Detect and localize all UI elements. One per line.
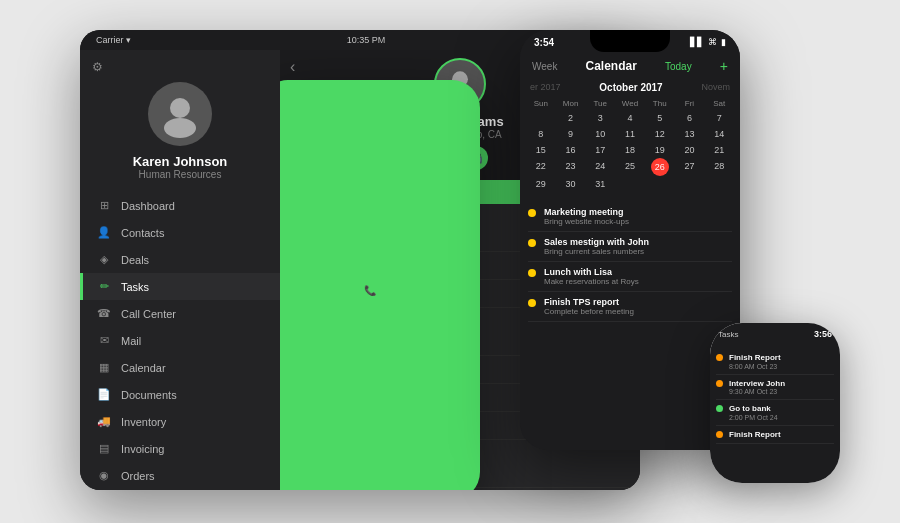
- event-item[interactable]: Sales mestign with John Bring current sa…: [528, 232, 732, 262]
- sidebar-item-deals[interactable]: ◈ Deals: [80, 246, 280, 273]
- event-title: Sales mestign with John: [544, 237, 649, 247]
- calendar-day-empty: [615, 176, 645, 192]
- calendar-day[interactable]: 3: [585, 110, 615, 126]
- battery-icon: ▮: [721, 37, 726, 47]
- sidebar-item-contacts[interactable]: 👤 Contacts: [80, 219, 280, 246]
- watch-task-dot: [716, 380, 723, 387]
- dashboard-icon: ⊞: [97, 199, 111, 212]
- sidebar-item-orders[interactable]: ◉ Orders: [80, 462, 280, 489]
- dow-sat: Sat: [704, 97, 734, 110]
- calendar-day[interactable]: 29: [526, 176, 556, 192]
- calendar-day[interactable]: 30: [556, 176, 586, 192]
- calendar-day[interactable]: 23: [556, 158, 586, 176]
- scene: Carrier ▾ 10:35 PM 100% ⚙ Karen Johnson …: [0, 0, 900, 523]
- event-title: Finish TPS report: [544, 297, 634, 307]
- calendar-day[interactable]: 20: [675, 142, 705, 158]
- event-item[interactable]: Marketing meeting Bring website mock-ups: [528, 202, 732, 232]
- sidebar-label-callcenter: Call Center: [121, 308, 176, 320]
- back-button[interactable]: ‹: [290, 58, 295, 76]
- phone-time: 3:54: [534, 37, 554, 48]
- calendar-day[interactable]: 27: [675, 158, 705, 176]
- calendar-day[interactable]: 22: [526, 158, 556, 176]
- calendar-day[interactable]: 5: [645, 110, 675, 126]
- watch-task-content: Finish Report 8:00 AM Oct 23: [729, 353, 781, 370]
- calendar-day[interactable]: 2: [556, 110, 586, 126]
- watch-task[interactable]: Interview John 9:30 AM Oct 23: [716, 375, 834, 401]
- sidebar-item-documents[interactable]: 📄 Documents: [80, 381, 280, 408]
- calendar-day[interactable]: 17: [585, 142, 615, 158]
- watch: Tasks 3:56 Finish Report 8:00 AM Oct 23 …: [710, 323, 840, 483]
- watch-task-time: 8:00 AM Oct 23: [729, 363, 781, 370]
- dow-wed: Wed: [615, 97, 645, 110]
- sidebar-item-dashboard[interactable]: ⊞ Dashboard: [80, 192, 280, 219]
- watch-body: Finish Report 8:00 AM Oct 23 Interview J…: [710, 345, 840, 483]
- calendar-day[interactable]: 18: [615, 142, 645, 158]
- sidebar-item-tasks[interactable]: ✏ Tasks: [80, 273, 280, 300]
- watch-task-title: Finish Report: [729, 430, 781, 440]
- prev-month-label: er 2017: [530, 82, 561, 93]
- sidebar-item-mail[interactable]: ✉ Mail: [80, 327, 280, 354]
- event-title: Marketing meeting: [544, 207, 629, 217]
- event-content: Marketing meeting Bring website mock-ups: [544, 207, 629, 226]
- calendar-day[interactable]: [526, 110, 556, 126]
- calendar-day[interactable]: 19: [645, 142, 675, 158]
- watch-task[interactable]: Finish Report: [716, 426, 834, 445]
- watch-task-time: 2:00 PM Oct 24: [729, 414, 778, 421]
- mail-icon: ✉: [97, 334, 111, 347]
- event-item[interactable]: Finish TPS report Complete before meetin…: [528, 292, 732, 322]
- calendar-day[interactable]: 7: [704, 110, 734, 126]
- event-item[interactable]: Lunch with Lisa Make reservations at Roy…: [528, 262, 732, 292]
- wifi-icon: ⌘: [708, 37, 717, 47]
- phone-status-icons: ▋▋ ⌘ ▮: [690, 37, 726, 47]
- calendar-day[interactable]: 24: [585, 158, 615, 176]
- next-month-label: Novem: [701, 82, 730, 93]
- sidebar-item-invoicing[interactable]: ▤ Invoicing: [80, 435, 280, 462]
- events-list: Marketing meeting Bring website mock-ups…: [520, 196, 740, 450]
- deals-icon: ◈: [97, 253, 111, 266]
- event-title: Lunch with Lisa: [544, 267, 639, 277]
- week-label: Week: [532, 61, 557, 72]
- sidebar-user-name: Karen Johnson: [133, 154, 228, 169]
- calendar-day-empty: [675, 176, 705, 192]
- event-subtitle: Bring current sales numbers: [544, 247, 649, 256]
- phone-action-button[interactable]: 📞: [280, 80, 480, 490]
- event-dot: [528, 209, 536, 217]
- calendar-day[interactable]: 10: [585, 126, 615, 142]
- calendar-day[interactable]: 13: [675, 126, 705, 142]
- calendar-day[interactable]: 21: [704, 142, 734, 158]
- sidebar-label-documents: Documents: [121, 389, 177, 401]
- sidebar-item-inventory[interactable]: 🚚 Inventory: [80, 408, 280, 435]
- calendar-day[interactable]: 6: [675, 110, 705, 126]
- calendar-day[interactable]: 28: [704, 158, 734, 176]
- watch-task-content: Finish Report: [729, 430, 781, 440]
- signal-icon: ▋▋: [690, 37, 704, 47]
- calendar-day[interactable]: 4: [615, 110, 645, 126]
- calendar-day[interactable]: 12: [645, 126, 675, 142]
- watch-task[interactable]: Go to bank 2:00 PM Oct 24: [716, 400, 834, 426]
- calendar-day[interactable]: 14: [704, 126, 734, 142]
- calendar-day-empty: [645, 176, 675, 192]
- watch-task[interactable]: Finish Report 8:00 AM Oct 23: [716, 349, 834, 375]
- calendar-day[interactable]: 31: [585, 176, 615, 192]
- watch-task-content: Go to bank 2:00 PM Oct 24: [729, 404, 778, 421]
- calendar-day[interactable]: 16: [556, 142, 586, 158]
- watch-task-dot: [716, 431, 723, 438]
- phone-calendar-nav: Week Calendar Today +: [520, 54, 740, 78]
- sidebar-label-contacts: Contacts: [121, 227, 164, 239]
- dow-mon: Mon: [556, 97, 586, 110]
- calendar-day[interactable]: 15: [526, 142, 556, 158]
- sidebar-label-tasks: Tasks: [121, 281, 149, 293]
- today-button[interactable]: Today: [665, 61, 692, 72]
- calendar-day-today[interactable]: 26: [651, 158, 669, 176]
- watch-task-title: Interview John: [729, 379, 785, 389]
- invoicing-icon: ▤: [97, 442, 111, 455]
- sidebar-item-calendar[interactable]: ▦ Calendar: [80, 354, 280, 381]
- calendar-day[interactable]: 8: [526, 126, 556, 142]
- add-event-button[interactable]: +: [720, 58, 728, 74]
- gear-icon[interactable]: ⚙: [80, 60, 115, 74]
- calendar-day[interactable]: 9: [556, 126, 586, 142]
- sidebar-item-callcenter[interactable]: ☎ Call Center: [80, 300, 280, 327]
- calendar-day[interactable]: 11: [615, 126, 645, 142]
- calendar-day[interactable]: 25: [615, 158, 645, 176]
- watch-task-time: 9:30 AM Oct 23: [729, 388, 785, 395]
